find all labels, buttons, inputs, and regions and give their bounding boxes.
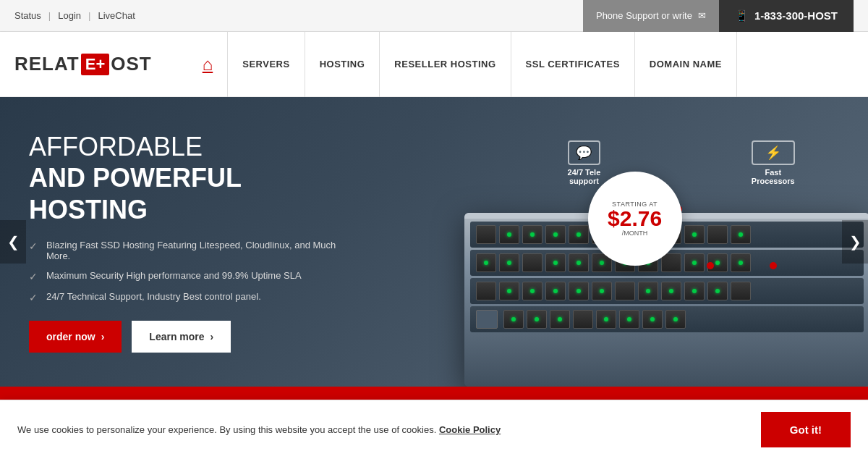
cookie-accept-label: Got it!: [790, 424, 822, 436]
led-4-6: [627, 317, 631, 321]
nav-link-ssl[interactable]: SSL CERTIFICATES: [511, 32, 635, 97]
drive-4-3: [550, 310, 570, 329]
led-2-11: [715, 261, 720, 265]
hero-feature-2: ✓ Maximum Security High performance and …: [29, 270, 362, 282]
led-4-7: [650, 317, 655, 321]
tele-support-label: 24/7 Telesupport: [568, 168, 601, 185]
led-4-1: [511, 317, 516, 321]
nav-link-domain[interactable]: DOMAIN NAME: [635, 32, 737, 97]
drive-4-2: [527, 310, 547, 329]
tele-support-icon: 💬: [568, 140, 601, 165]
nav-link-reseller[interactable]: RESELLER HOSTING: [380, 32, 511, 97]
hero-feature-text-3: 24/7 Technical Support, Industry Best co…: [46, 291, 261, 302]
drive-4-8: [665, 310, 686, 329]
hero-prev-arrow[interactable]: ❮: [0, 220, 26, 264]
server-row-2: [470, 250, 864, 276]
login-link[interactable]: Login: [58, 10, 81, 21]
drive-2-2: [499, 253, 519, 272]
divider-2: |: [88, 10, 90, 21]
left-arrow-icon: ❮: [7, 233, 20, 250]
logo[interactable]: RELAT E+ OST: [14, 53, 152, 75]
led-3-11: [715, 289, 720, 293]
feature-tele-support: 💬 24/7 Telesupport: [568, 140, 601, 185]
order-arrow-icon: ›: [101, 331, 105, 342]
server-port: [476, 310, 498, 329]
led-3-5: [576, 289, 581, 293]
hero-next-arrow[interactable]: ❯: [842, 220, 868, 264]
hero-feature-text-2: Maximum Security High performance and 99…: [46, 270, 302, 281]
led-2-10: [692, 261, 697, 265]
learn-arrow-icon: ›: [210, 331, 214, 342]
logo-suffix: OST: [111, 53, 151, 75]
hero-right: 💬 24/7 Telesupport 🛡 GuaranteedUptime ⚡ …: [420, 97, 868, 387]
drive-2-10: [684, 253, 705, 272]
logo-prefix: RELAT: [14, 53, 80, 75]
cookie-accept-button[interactable]: Got it!: [761, 412, 851, 447]
drive-3: [522, 225, 542, 244]
home-icon: ⌂: [203, 54, 213, 75]
led-5: [576, 232, 581, 237]
drive-3-3: [522, 282, 542, 300]
price-circle: STARTING AT $2.76 /MONTH: [588, 172, 682, 266]
order-now-label: order now: [46, 331, 95, 342]
drive-3-6: [592, 282, 612, 300]
led-2-6: [600, 261, 604, 265]
phone-number-block[interactable]: 📱 1-833-300-HOST: [719, 0, 854, 32]
led-2-1: [484, 261, 488, 265]
led-3-4: [553, 289, 558, 293]
drive-3-5: [569, 282, 589, 300]
hero-title-line2: AND POWERFUL HOSTING: [29, 163, 241, 224]
led-3: [530, 232, 535, 237]
drive-3-10: [684, 282, 705, 300]
drive-3-8: [638, 282, 658, 300]
led-4-8: [673, 317, 678, 321]
top-bar-right: Phone Support or write ✉ 📱 1-833-300-HOS…: [583, 0, 854, 32]
drive-3-4: [545, 282, 566, 300]
drive-2-1: [476, 253, 496, 272]
drive-3-1: [476, 282, 496, 300]
check-icon-1: ✓: [29, 240, 38, 252]
hero-title-line1: AFFORDABLE: [29, 132, 203, 161]
hero-feature-3: ✓ 24/7 Technical Support, Industry Best …: [29, 291, 362, 303]
drive-3-2: [499, 282, 519, 300]
hero-features: ✓ Blazing Fast SSD Hosting Featuring Lit…: [29, 240, 362, 303]
drive-2: [499, 225, 519, 244]
nav-home-link[interactable]: ⌂: [188, 32, 229, 97]
order-now-button[interactable]: order now ›: [29, 321, 122, 353]
learn-more-button[interactable]: Learn more ›: [132, 321, 231, 353]
status-link[interactable]: Status: [14, 10, 41, 21]
led-10: [692, 232, 697, 237]
led-2-5: [576, 261, 581, 265]
nav-link-servers[interactable]: SERVERS: [228, 32, 305, 97]
learn-more-label: Learn more: [149, 331, 204, 342]
led-3-9: [669, 289, 673, 293]
drive-2-5: [569, 253, 589, 272]
drive-12: [731, 225, 751, 244]
check-icon-2: ✓: [29, 271, 38, 282]
cookie-banner: We use cookies to personalize your exper…: [0, 400, 868, 459]
hero-section: ❮ AFFORDABLE AND POWERFUL HOSTING ✓ Blaz…: [0, 97, 868, 387]
led-2-12: [739, 261, 743, 265]
drive-3-11: [707, 282, 728, 300]
dot-4: [770, 262, 777, 269]
drive-2-12: [731, 253, 751, 272]
livechat-link[interactable]: LiveChat: [98, 10, 135, 21]
led-4-5: [604, 317, 608, 321]
led-3-3: [530, 289, 535, 293]
cookie-policy-link[interactable]: Cookie Policy: [439, 424, 501, 435]
led-4-3: [558, 317, 562, 321]
phone-number-text: 1-833-300-HOST: [754, 9, 838, 22]
phone-support[interactable]: Phone Support or write ✉: [583, 0, 719, 32]
main-nav: RELAT E+ OST ⌂ SERVERS HOSTING RESELLER …: [0, 32, 868, 97]
nav-links: ⌂ SERVERS HOSTING RESELLER HOSTING SSL C…: [188, 32, 854, 97]
drive-3-12: [731, 282, 751, 300]
drive-3-7: [615, 282, 635, 300]
nav-link-hosting[interactable]: HOSTING: [305, 32, 380, 97]
drive-5: [569, 225, 589, 244]
led-4-2: [535, 317, 539, 321]
drive-4-6: [619, 310, 639, 329]
drive-4-1: [503, 310, 524, 329]
led-3-8: [646, 289, 650, 293]
divider-1: |: [48, 10, 51, 21]
top-bar: Status | Login | LiveChat Phone Support …: [0, 0, 868, 32]
